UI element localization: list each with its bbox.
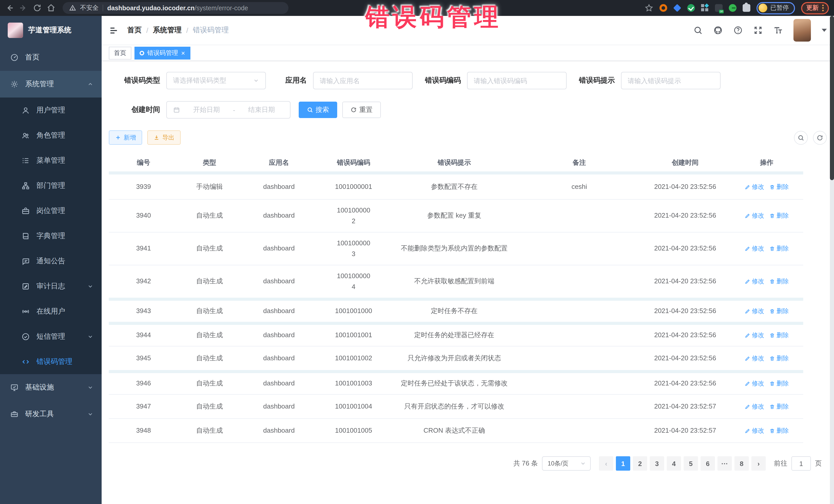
row-actions: 修改 删除 <box>730 233 803 265</box>
sidebar-item[interactable]: 系统管理 <box>0 71 102 97</box>
delete-link[interactable]: 删除 <box>769 306 789 316</box>
sidebar-item[interactable]: 部门管理 <box>0 173 102 198</box>
fullscreen-icon[interactable] <box>753 26 763 35</box>
edit-link[interactable]: 修改 <box>745 353 764 363</box>
edit-link[interactable]: 修改 <box>745 306 764 316</box>
extension-squares-icon[interactable] <box>701 4 709 12</box>
filter-msg-label: 错误码提示 <box>579 76 621 85</box>
pager-page-button[interactable]: 2 <box>633 456 647 470</box>
sidebar-logo[interactable]: 芋道管理系统 <box>0 16 102 44</box>
delete-link[interactable]: 删除 <box>769 182 789 192</box>
export-button[interactable]: 导出 <box>147 130 181 145</box>
user-avatar[interactable] <box>793 19 811 42</box>
sidebar-item[interactable]: 用户管理 <box>0 97 102 123</box>
edit-link[interactable]: 修改 <box>745 401 764 411</box>
error-type-select[interactable]: 请选择错误码类型 <box>166 72 266 89</box>
edit-link[interactable]: 修改 <box>745 330 764 340</box>
error-msg-input[interactable] <box>621 72 721 89</box>
menu-dots-icon[interactable] <box>822 5 824 11</box>
delete-link[interactable]: 删除 <box>769 277 789 286</box>
show-search-toggle-button[interactable] <box>794 131 808 145</box>
edit-link[interactable]: 修改 <box>745 277 764 286</box>
browser-profile-chip[interactable]: 已暂停 <box>756 2 795 14</box>
reload-icon[interactable] <box>33 4 42 12</box>
delete-link[interactable]: 删除 <box>769 211 789 220</box>
home-icon[interactable] <box>47 4 56 12</box>
error-code-input[interactable] <box>467 72 567 89</box>
pager-page-button[interactable]: 8 <box>734 456 749 470</box>
github-icon[interactable] <box>714 26 723 35</box>
extension-switch-on-icon[interactable] <box>715 4 723 12</box>
extension-gem-icon[interactable] <box>673 4 681 12</box>
security-label[interactable]: 不安全 <box>80 4 98 12</box>
hamburger-icon[interactable] <box>109 25 118 35</box>
pager-page-button[interactable]: 3 <box>650 456 664 470</box>
sidebar-item[interactable]: 岗位管理 <box>0 198 102 223</box>
address-bar[interactable]: 不安全 dashboard.yudao.iocoder.cn/system/er… <box>63 2 288 14</box>
sidebar-item[interactable]: 角色管理 <box>0 123 102 148</box>
sidebar-item[interactable]: 审计日志 <box>0 273 102 299</box>
url-text[interactable]: dashboard.yudao.iocoder.cn/system/error-… <box>107 4 248 12</box>
sidebar-item[interactable]: 在线用户 <box>0 299 102 324</box>
tag-item[interactable]: 首页 <box>109 46 131 59</box>
delete-link[interactable]: 删除 <box>769 401 789 411</box>
search-icon[interactable] <box>694 26 703 35</box>
refresh-table-button[interactable] <box>813 131 827 145</box>
breadcrumb-item[interactable]: 系统管理 <box>153 26 182 35</box>
tag-active[interactable]: 错误码管理× <box>134 46 190 59</box>
extension-green-key-icon[interactable] <box>729 4 737 12</box>
delete-link[interactable]: 删除 <box>769 426 789 435</box>
jump-page-input[interactable] <box>791 456 811 470</box>
row-error-code: 1001001003 <box>317 373 390 394</box>
back-icon[interactable] <box>5 4 14 12</box>
page-size-select[interactable]: 10条/页 <box>542 456 591 470</box>
sidebar-item[interactable]: 通知公告 <box>0 248 102 273</box>
breadcrumb-item[interactable]: 首页 <box>127 26 142 35</box>
date-range-picker[interactable]: 开始日期 - 结束日期 <box>166 101 290 118</box>
sidebar-item[interactable]: 菜单管理 <box>0 148 102 173</box>
sidebar-item[interactable]: 字典管理 <box>0 223 102 248</box>
browser-scrollbar[interactable] <box>830 16 834 504</box>
url-divider <box>103 5 103 11</box>
tag-close-icon[interactable]: × <box>181 49 185 56</box>
pager-next-button[interactable]: › <box>751 456 766 470</box>
pager-page-button[interactable]: 4 <box>667 456 681 470</box>
forward-icon[interactable] <box>19 4 28 12</box>
table-row: 3947自动生成dashboard1001001004只有开启状态的任务，才可以… <box>109 394 803 418</box>
caret-down-icon[interactable] <box>822 29 827 32</box>
tags-view-bar: 首页错误码管理× <box>102 45 834 61</box>
scrollbar-thumb[interactable] <box>830 16 834 180</box>
pager-prev-button: ‹ <box>599 456 613 470</box>
sidebar-item[interactable]: 基础设施 <box>0 374 102 401</box>
sidebar-item-label: 短信管理 <box>37 332 65 341</box>
sidebar-item[interactable]: 研发工具 <box>0 401 102 428</box>
add-button[interactable]: 新增 <box>109 130 142 145</box>
delete-link[interactable]: 删除 <box>769 244 789 253</box>
sidebar-item[interactable]: 错误码管理 <box>0 349 102 374</box>
extensions-puzzle-icon[interactable] <box>743 4 750 12</box>
browser-update-button[interactable]: 更新 <box>801 2 829 14</box>
font-size-icon[interactable] <box>773 26 783 35</box>
delete-link[interactable]: 删除 <box>769 379 789 388</box>
search-button[interactable]: 搜索 <box>299 102 337 118</box>
reset-button[interactable]: 重置 <box>342 102 381 118</box>
edit-link[interactable]: 修改 <box>745 426 764 435</box>
edit-link[interactable]: 修改 <box>745 244 764 253</box>
edit-link[interactable]: 修改 <box>745 379 764 388</box>
pager-page-button[interactable]: 1 <box>616 456 630 470</box>
edit-link[interactable]: 修改 <box>745 182 764 192</box>
pager-page-button[interactable]: 6 <box>701 456 715 470</box>
row-type: 自动生成 <box>178 373 241 394</box>
app-name-input[interactable] <box>313 72 413 89</box>
pager-page-button[interactable]: 5 <box>684 456 698 470</box>
extension-orange-icon[interactable] <box>659 4 667 12</box>
help-icon[interactable] <box>733 26 743 35</box>
extension-green-check-icon[interactable] <box>687 4 695 12</box>
row-remark <box>519 233 640 265</box>
sidebar-item[interactable]: 短信管理 <box>0 324 102 349</box>
sidebar-item[interactable]: 首页 <box>0 44 102 71</box>
delete-link[interactable]: 删除 <box>769 330 789 340</box>
edit-link[interactable]: 修改 <box>745 211 764 220</box>
delete-link[interactable]: 删除 <box>769 353 789 363</box>
bookmark-star-icon[interactable] <box>644 4 653 12</box>
